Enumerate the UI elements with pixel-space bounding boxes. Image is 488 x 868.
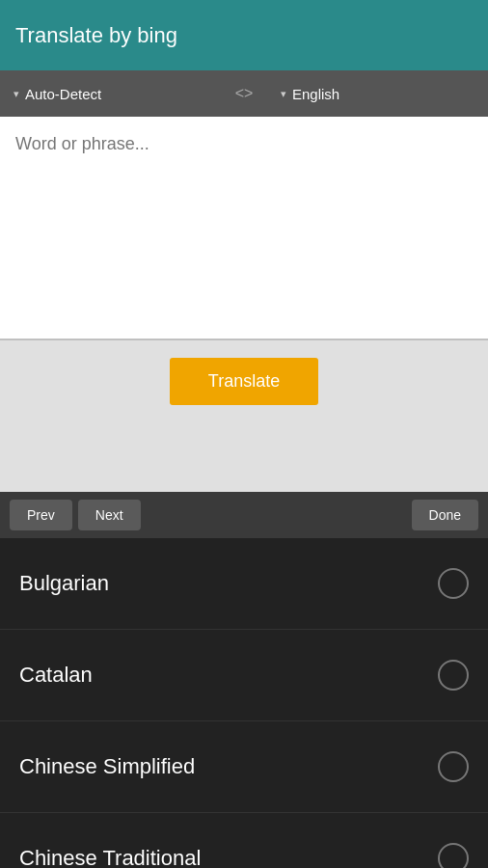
target-language-label: English	[292, 86, 339, 102]
radio-button[interactable]	[438, 568, 469, 599]
translate-button[interactable]: Translate	[170, 358, 318, 405]
next-button[interactable]: Next	[78, 500, 141, 530]
translate-area: Translate	[0, 339, 488, 492]
language-list: Bulgarian Catalan Chinese Simplified Chi…	[0, 538, 488, 868]
language-name: Chinese Simplified	[19, 754, 195, 779]
text-input-area	[0, 117, 488, 339]
target-chevron-icon: ▾	[281, 88, 286, 100]
language-name: Bulgarian	[19, 571, 109, 596]
source-chevron-icon: ▾	[14, 88, 19, 100]
source-language-selector[interactable]: ▾ Auto-Detect	[0, 70, 221, 117]
radio-button[interactable]	[438, 843, 469, 868]
language-swap-icon[interactable]: <>	[221, 85, 267, 102]
source-language-label: Auto-Detect	[25, 86, 101, 102]
keyboard-toolbar: Prev Next Done	[0, 492, 488, 538]
app-header: Translate by bing	[0, 0, 488, 70]
target-language-selector[interactable]: ▾ English	[267, 70, 488, 117]
app-title: Translate by bing	[15, 23, 177, 48]
language-bar: ▾ Auto-Detect <> ▾ English	[0, 70, 488, 117]
list-item[interactable]: Bulgarian	[0, 538, 488, 630]
list-item[interactable]: Chinese Simplified	[0, 721, 488, 813]
radio-button[interactable]	[438, 660, 469, 691]
list-item[interactable]: Catalan	[0, 630, 488, 721]
done-button[interactable]: Done	[412, 500, 478, 530]
prev-button[interactable]: Prev	[10, 500, 72, 530]
list-item[interactable]: Chinese Traditional	[0, 813, 488, 868]
language-name: Chinese Traditional	[19, 846, 201, 868]
word-phrase-input[interactable]	[15, 134, 473, 321]
divider	[0, 339, 488, 340]
radio-button[interactable]	[438, 751, 469, 782]
language-name: Catalan	[19, 663, 93, 688]
